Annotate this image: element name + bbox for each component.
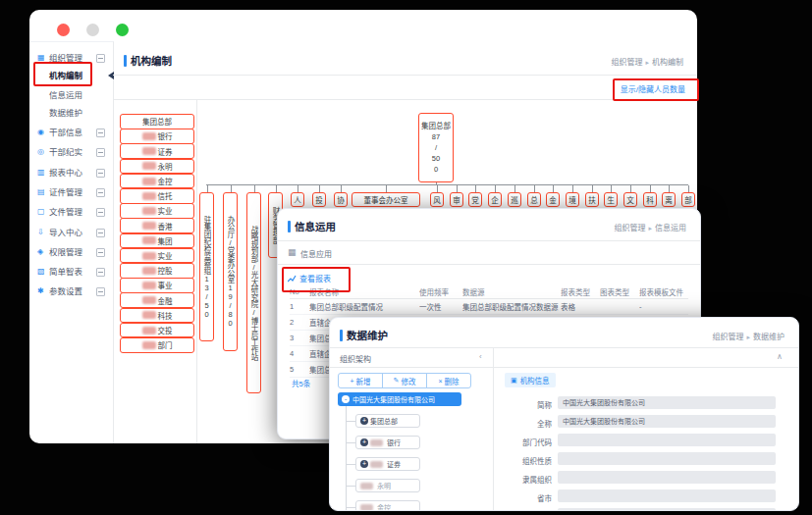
connector	[592, 185, 593, 192]
org-root-count: /	[435, 142, 437, 153]
connector	[650, 185, 651, 192]
org-node[interactable]: 党	[468, 192, 482, 207]
connector	[553, 185, 554, 192]
connector	[206, 184, 688, 185]
field-label: 省市	[495, 492, 552, 503]
org-node[interactable]: 风	[430, 192, 444, 207]
connector	[669, 185, 670, 192]
field-input-组织性质[interactable]	[558, 452, 776, 465]
section-label: 信息应用	[300, 248, 332, 259]
connector	[231, 185, 232, 192]
column-header: 使用频率	[419, 286, 462, 297]
connector	[386, 185, 387, 192]
org-root-node[interactable]: 集团总部87/500	[418, 113, 454, 182]
column-header: 报表名称	[309, 286, 419, 297]
field-label: 简称	[495, 399, 552, 410]
org-root-label: 集团总部	[421, 121, 451, 131]
title-accent-bar	[288, 221, 291, 232]
connector	[437, 185, 438, 192]
org-root-count: 87	[432, 131, 440, 142]
org-node[interactable]: 境	[566, 192, 579, 207]
connector	[534, 185, 535, 192]
table-header-row: No报表名称使用频率数据源报表类型图表类型报表模板文件	[290, 285, 688, 299]
view-report-label: 查看报表	[299, 273, 331, 283]
connector	[495, 185, 496, 192]
table-row[interactable]: 1集团总部职级配置情况一次性集团总部职级配置情况数据源表格-	[290, 299, 688, 315]
column-header: 报表类型	[561, 286, 600, 297]
org-node[interactable]: 人	[291, 192, 304, 207]
org-info-form: 简称中国光大集团股份有限公司全称中国光大集团股份有限公司部门代码组织性质隶属组织…	[330, 318, 798, 510]
divider	[278, 240, 700, 241]
org-root-count: 50	[432, 153, 440, 164]
org-node[interactable]: 企	[488, 192, 502, 207]
field-label: 全称	[495, 418, 552, 429]
org-node[interactable]: 离	[662, 192, 676, 207]
connector	[572, 185, 573, 192]
chart-line-icon	[288, 275, 297, 283]
breadcrumb-arrow-icon: ▸	[648, 225, 652, 232]
cell-no: 5	[290, 365, 309, 374]
field-input-部门代码[interactable]	[558, 434, 776, 446]
table-footer-count: 共5条	[292, 378, 310, 388]
cell-no: 2	[290, 318, 309, 327]
field-label: 部门代码	[495, 437, 552, 447]
field-input-城市[interactable]	[558, 508, 776, 511]
cell-rtype: 表格	[561, 301, 600, 312]
connector	[630, 185, 631, 192]
org-root-count: 0	[434, 164, 438, 175]
column-header: No	[290, 287, 309, 296]
cell-name: 集团总部职级配置情况	[309, 301, 419, 312]
org-node[interactable]: 董事会办公室	[352, 192, 420, 207]
field-input-省市[interactable]	[558, 489, 776, 502]
cell-source: 集团总部职级配置情况数据源	[462, 301, 561, 312]
view-report-button[interactable]: 查看报表	[288, 273, 331, 283]
grid-icon: ▦	[288, 247, 297, 257]
connector	[276, 185, 277, 192]
connector	[514, 185, 515, 192]
connector	[341, 185, 342, 192]
org-node[interactable]: 审	[450, 192, 463, 207]
connector	[457, 185, 458, 192]
connector	[319, 185, 320, 192]
connector	[254, 185, 255, 192]
org-node[interactable]: 战略规划部/光大研究院/博士后工作站	[246, 192, 261, 393]
column-header: 数据源	[462, 286, 561, 297]
column-header: 图表类型	[600, 286, 639, 297]
org-node[interactable]: 巡	[508, 192, 521, 207]
divider	[278, 264, 700, 265]
org-node[interactable]: 投	[312, 192, 326, 207]
breadcrumb: 组织管理▸信息运用	[614, 222, 686, 232]
org-node[interactable]: 金	[546, 192, 560, 207]
screenshot-stage: ▦组织管理机构编制信息运用数据维护◉干部信息◎干部纪实▥报表中心▤证件管理▢文件…	[0, 0, 812, 515]
org-node[interactable]: 驻集团纪检监察组13/50	[199, 192, 214, 341]
column-header: 报表模板文件	[639, 286, 688, 297]
org-node[interactable]: 文	[623, 192, 637, 207]
org-node[interactable]: 办公厅/党委办公室19/80	[223, 192, 238, 351]
org-node[interactable]: 部	[681, 192, 695, 207]
field-label: 隶属组织	[495, 474, 552, 485]
connector	[611, 185, 612, 192]
org-node[interactable]: 总	[527, 192, 541, 207]
breadcrumb-current: 信息运用	[655, 224, 686, 232]
cell-freq: 一次性	[419, 301, 462, 312]
field-input-隶属组织[interactable]	[558, 471, 776, 484]
org-node[interactable]: 生	[604, 192, 618, 207]
field-input-全称[interactable]: 中国光大集团股份有限公司	[558, 415, 776, 428]
data-maintenance-window: 数据维护 组织管理▸数据维护 组织架构 ‹ +新增✎修改×删除 -中国光大集团股…	[329, 317, 799, 511]
cell-no: 4	[290, 349, 309, 358]
org-node[interactable]: 协	[334, 192, 348, 207]
info-window-title: 信息运用	[295, 219, 336, 233]
breadcrumb-parent[interactable]: 组织管理	[614, 224, 645, 232]
connector	[688, 185, 689, 192]
connector	[475, 185, 476, 192]
field-label: 组织性质	[495, 455, 552, 466]
cell-template: -	[639, 302, 688, 311]
connector	[298, 185, 298, 192]
org-node[interactable]: 科	[643, 192, 657, 207]
org-node[interactable]: 扶	[585, 192, 599, 207]
cell-no: 1	[290, 302, 309, 311]
field-input-简称[interactable]: 中国光大集团股份有限公司	[558, 396, 776, 409]
connector	[207, 185, 208, 192]
cell-no: 3	[290, 334, 309, 342]
